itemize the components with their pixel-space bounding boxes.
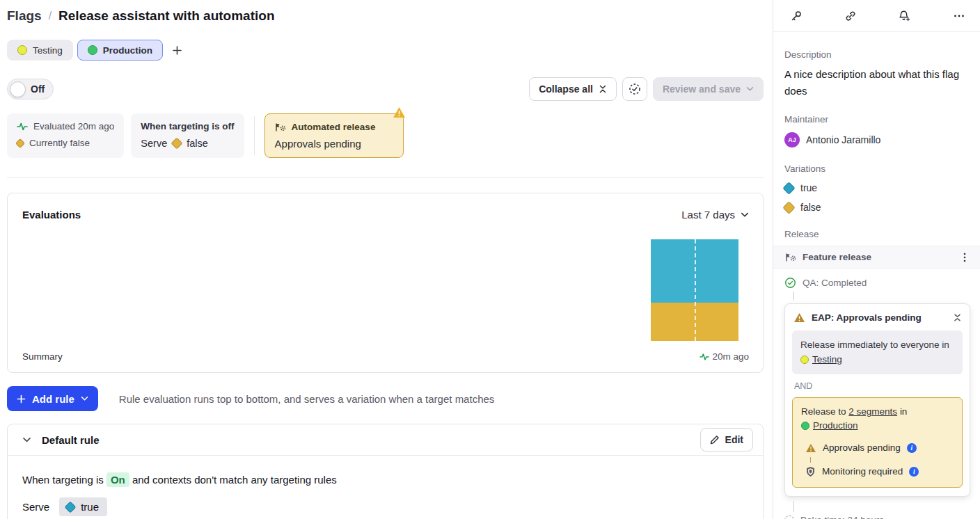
warning-badge-icon bbox=[393, 106, 406, 118]
info-icon[interactable]: i bbox=[907, 443, 917, 453]
evaluations-chart bbox=[651, 239, 738, 341]
step-qa: QA: Completed bbox=[784, 277, 970, 289]
plus-icon bbox=[172, 45, 182, 56]
automated-release-card[interactable]: Automated release Approvals pending bbox=[264, 113, 404, 158]
flag-toggle[interactable]: Off bbox=[7, 79, 54, 99]
breadcrumb-flags-link[interactable]: Flags bbox=[7, 8, 42, 24]
production-env-link[interactable]: Production bbox=[813, 420, 858, 431]
qa-step-label: QA: Completed bbox=[803, 278, 867, 288]
when-suffix: and contexts don't match any targeting r… bbox=[132, 474, 337, 486]
evaluations-panel: Evaluations Last 7 days Summary bbox=[7, 193, 764, 373]
automated-release-title: Automated release bbox=[292, 122, 376, 132]
serve-label: Serve bbox=[141, 138, 167, 149]
toggle-knob bbox=[10, 81, 26, 97]
collapse-icon[interactable] bbox=[954, 314, 961, 321]
dashed-circle-check-icon bbox=[629, 83, 641, 95]
maintainer-row: AJ Antonio Jaramillo bbox=[784, 132, 969, 147]
production-env-dot-icon bbox=[88, 45, 97, 55]
chevron-down-icon bbox=[746, 86, 754, 92]
time-range-dropdown[interactable]: Last 7 days bbox=[681, 209, 749, 221]
targeting-on-chip: On bbox=[106, 472, 129, 487]
default-rule-condition: When targeting is On and contexts don't … bbox=[22, 474, 748, 486]
description-text: A nice description about what this flag … bbox=[784, 66, 961, 99]
release-pipeline-header: Feature release bbox=[773, 246, 980, 269]
default-rule-serve: Serve true bbox=[22, 497, 748, 516]
collapse-all-button[interactable]: Collapse all bbox=[529, 77, 617, 101]
collapse-chevron-icon[interactable] bbox=[22, 437, 31, 443]
testing-env-dot-icon bbox=[800, 356, 809, 364]
maintainer-label: Maintainer bbox=[784, 114, 969, 125]
main-content: Flags / Release assistant with automatio… bbox=[0, 0, 773, 519]
avatar: AJ bbox=[784, 132, 800, 147]
tab-label: Production bbox=[103, 45, 152, 56]
default-rule-title: Default rule bbox=[42, 434, 100, 446]
testing-env-dot-icon bbox=[17, 45, 27, 55]
variation-name: false bbox=[800, 202, 821, 213]
plus-icon bbox=[17, 394, 26, 404]
controls-right: Collapse all Review and save bbox=[529, 77, 764, 101]
serve-variation-chip[interactable]: true bbox=[59, 497, 107, 516]
controls-row: Off Collapse all Review and save bbox=[7, 77, 764, 101]
info-icon[interactable]: i bbox=[909, 467, 919, 477]
step-bake-time: Bake time: 24 hours bbox=[784, 515, 970, 519]
testing-env-link[interactable]: Testing bbox=[812, 354, 842, 365]
link-icon[interactable] bbox=[844, 10, 857, 22]
app-window: Flags / Release assistant with automatio… bbox=[0, 0, 980, 519]
key-icon[interactable] bbox=[790, 10, 803, 22]
bell-plus-icon[interactable] bbox=[898, 10, 911, 22]
rule-helper-text: Rule evaluation runs top to bottom, and … bbox=[119, 393, 494, 405]
chevron-down-icon bbox=[81, 396, 88, 401]
variations-label: Variations bbox=[784, 163, 969, 174]
shield-icon bbox=[805, 466, 816, 477]
false-variation-diamond-icon bbox=[782, 201, 795, 214]
and-label: AND bbox=[794, 381, 963, 391]
release-rule-production: Release to 2 segments in Production Appr… bbox=[792, 397, 963, 488]
kebab-menu-icon[interactable] bbox=[959, 252, 970, 263]
summary-label: Summary bbox=[22, 351, 63, 362]
evaluated-ago-label: Evaluated 20m ago bbox=[33, 121, 114, 131]
page-title: Release assistant with automation bbox=[58, 8, 274, 24]
collapse-all-label: Collapse all bbox=[539, 83, 593, 95]
add-rule-button[interactable]: Add rule bbox=[7, 386, 98, 411]
approvals-pending-label: Approvals pending bbox=[823, 441, 901, 455]
monitoring-required-row: Monitoring required i bbox=[801, 465, 955, 479]
release-pipeline-icon bbox=[785, 253, 796, 262]
step-connector bbox=[793, 292, 794, 301]
serve-value: true bbox=[81, 501, 99, 513]
environment-tabs: Testing Production bbox=[7, 40, 764, 61]
false-variation-diamond-icon bbox=[15, 138, 25, 147]
tab-label: Testing bbox=[33, 45, 63, 56]
variation-row-false: false bbox=[784, 202, 969, 213]
last-evaluated: 20m ago bbox=[700, 351, 749, 362]
warning-triangle-icon bbox=[793, 312, 805, 323]
tab-environment-testing[interactable]: Testing bbox=[7, 40, 73, 61]
evaluations-title: Evaluations bbox=[22, 209, 81, 221]
review-and-save-button[interactable]: Review and save bbox=[653, 77, 764, 101]
step-connector bbox=[793, 501, 794, 512]
pipeline-name: Feature release bbox=[803, 252, 871, 262]
edit-default-rule-button[interactable]: Edit bbox=[700, 428, 753, 452]
tab-environment-production[interactable]: Production bbox=[77, 40, 163, 61]
toggle-state-label: Off bbox=[31, 83, 45, 95]
targeting-off-title: When targeting is off bbox=[141, 121, 234, 131]
breadcrumb: Flags / Release assistant with automatio… bbox=[7, 8, 764, 24]
pulse-icon bbox=[17, 122, 28, 131]
evaluation-status-card: Evaluated 20m ago Currently false bbox=[7, 113, 124, 158]
automated-release-status: Approvals pending bbox=[275, 138, 393, 150]
monitoring-required-label: Monitoring required bbox=[822, 465, 903, 479]
cards-divider bbox=[254, 116, 255, 155]
pending-step-circle-icon bbox=[784, 516, 794, 519]
release-pipeline-icon bbox=[275, 122, 286, 132]
variation-row-true: true bbox=[784, 182, 969, 193]
eap-step-title: EAP: Approvals pending bbox=[812, 312, 922, 323]
overflow-menu-icon[interactable] bbox=[953, 10, 965, 22]
chart-time-marker bbox=[695, 239, 696, 341]
release-steps: QA: Completed EAP: Approvals pending Rel… bbox=[773, 269, 980, 519]
true-variation-diamond-icon bbox=[65, 501, 77, 513]
serve-label: Serve bbox=[22, 501, 49, 513]
check-progress-button[interactable] bbox=[622, 77, 647, 101]
add-environment-button[interactable] bbox=[167, 40, 187, 60]
step-connector bbox=[810, 457, 811, 463]
segments-link[interactable]: 2 segments bbox=[848, 406, 897, 417]
sidebar-icon-row bbox=[773, 0, 980, 32]
